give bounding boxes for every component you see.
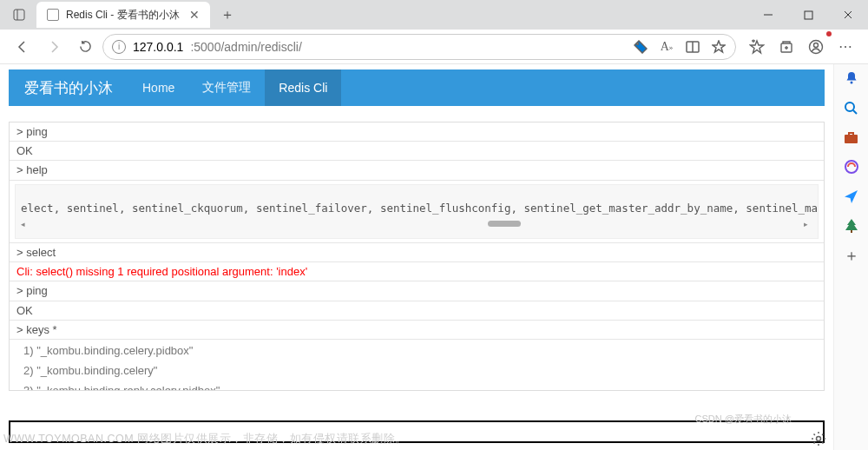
sidebar-tree-icon[interactable] [843, 217, 860, 235]
sidebar-copilot-icon[interactable] [843, 158, 860, 175]
window-controls [748, 0, 868, 30]
edge-sidebar: ＋ [833, 64, 868, 450]
term-line: > select [10, 242, 824, 261]
hscroll-left-icon[interactable]: ◂ [21, 221, 30, 228]
forward-button[interactable] [40, 33, 68, 61]
keys-line: 2) "_kombu.binding.celery" [16, 361, 817, 381]
sidebar-briefcase-icon[interactable] [843, 129, 860, 146]
svg-point-16 [817, 437, 821, 441]
hscroll-right-icon[interactable]: ▸ [804, 221, 812, 228]
nav-item-filemanager[interactable]: 文件管理 [188, 69, 265, 106]
favorite-star-icon[interactable] [711, 39, 727, 55]
shopping-tag-icon[interactable] [633, 39, 648, 55]
svg-rect-22 [851, 230, 852, 233]
sidebar-send-icon[interactable] [843, 188, 860, 205]
hscroll-thumb[interactable] [488, 221, 521, 227]
term-line: OK [10, 141, 824, 160]
term-line: > keys * [10, 320, 824, 339]
minimize-button[interactable] [748, 0, 788, 30]
site-info-icon[interactable]: i [112, 40, 126, 54]
close-window-button[interactable] [828, 0, 868, 30]
svg-point-17 [850, 82, 852, 84]
terminal-output[interactable]: > ping OK > help elect, sentinel, sentin… [9, 122, 825, 391]
svg-point-15 [814, 43, 819, 47]
favorites-button[interactable] [743, 33, 771, 61]
page-favicon-icon [47, 9, 59, 21]
url-box[interactable]: i 127.0.0.1:5000/admin/rediscli/ A» [102, 34, 736, 60]
url-right-icons: A» [633, 39, 727, 55]
sidebar-bell-icon[interactable] [843, 69, 860, 87]
svg-point-18 [845, 103, 854, 111]
reader-mode-icon[interactable] [685, 39, 700, 55]
close-tab-icon[interactable]: ✕ [189, 8, 200, 22]
attribution: CSDN @爱看书的小沐 [695, 413, 792, 426]
nav-item-home[interactable]: Home [128, 69, 188, 106]
help-text: elect, sentinel, sentinel_ckquorum, sent… [21, 201, 812, 216]
read-aloud-icon[interactable]: A» [659, 39, 674, 55]
term-line: > ping [10, 122, 824, 141]
url-host: 127.0.0.1 [133, 40, 183, 54]
term-help-block: elect, sentinel, sentinel_ckquorum, sent… [10, 180, 824, 240]
sidebar-add-icon[interactable]: ＋ [843, 247, 860, 264]
refresh-button[interactable] [71, 33, 99, 61]
tab-actions-button[interactable] [5, 3, 33, 27]
term-line: > ping [10, 281, 824, 300]
maximize-button[interactable] [788, 0, 828, 30]
settings-gear-icon[interactable] [811, 431, 826, 447]
nav-item-rediscli[interactable]: Redis Cli [265, 69, 341, 106]
keys-line: 3) "_kombu.binding.reply.celery.pidbox" [16, 381, 817, 391]
collections-button[interactable] [773, 33, 800, 61]
page-viewport: 爱看书的小沐 Home 文件管理 Redis Cli > ping OK > h… [0, 64, 833, 450]
back-button[interactable] [9, 33, 36, 61]
browser-tab[interactable]: Redis Cli - 爱看书的小沐 ✕ [36, 2, 210, 28]
app-navbar: 爱看书的小沐 Home 文件管理 Redis Cli [9, 69, 825, 106]
term-keys-block: 1) "_kombu.binding.celery.pidbox" 2) "_k… [10, 339, 824, 391]
svg-rect-3 [805, 11, 812, 19]
term-error-line: Cli: select() missing 1 required positio… [10, 261, 824, 281]
address-bar: i 127.0.0.1:5000/admin/rediscli/ A» ⋯ [0, 30, 868, 64]
content-row: 爱看书的小沐 Home 文件管理 Redis Cli > ping OK > h… [0, 64, 868, 450]
tab-title: Redis Cli - 爱看书的小沐 [66, 8, 182, 23]
watermark: WWW.TOYMOBAN.COM 网络图片仅供展示，非存储，如有侵权请联系删除。 [3, 432, 407, 447]
svg-rect-0 [14, 10, 24, 20]
term-line: > help [10, 160, 824, 179]
new-tab-button[interactable]: ＋ [215, 3, 240, 27]
tab-strip: Redis Cli - 爱看书的小沐 ✕ ＋ [0, 0, 240, 30]
sidebar-search-icon[interactable] [843, 99, 860, 116]
help-output: elect, sentinel, sentinel_ckquorum, sent… [15, 184, 819, 240]
watermark-host: WWW.TOYMOBAN.COM [3, 433, 134, 445]
keys-line: 1) "_kombu.binding.celery.pidbox" [16, 341, 817, 361]
help-hscroll[interactable]: ◂ ▸ [21, 221, 812, 228]
svg-rect-20 [845, 135, 858, 143]
svg-point-6 [637, 43, 639, 44]
term-line: OK [10, 301, 824, 320]
watermark-note: 网络图片仅供展示，非存储，如有侵权请联系删除。 [134, 433, 406, 445]
url-path: :5000/admin/rediscli/ [190, 40, 301, 54]
app-brand[interactable]: 爱看书的小沐 [9, 78, 128, 98]
profile-button[interactable] [802, 33, 830, 61]
window-titlebar: Redis Cli - 爱看书的小沐 ✕ ＋ [0, 0, 868, 30]
menu-button[interactable]: ⋯ [832, 33, 859, 61]
svg-line-19 [853, 110, 857, 114]
